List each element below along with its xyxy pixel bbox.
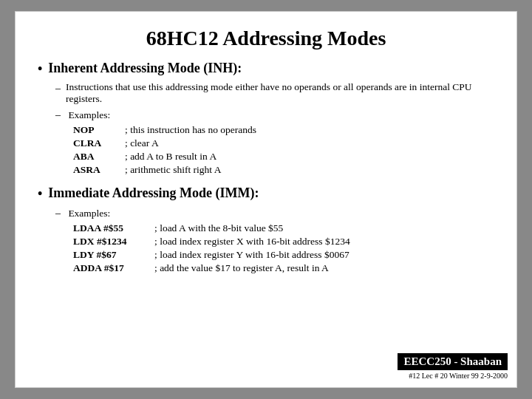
footer-badge: EECC250 - Shaaban <box>398 353 508 370</box>
footer-info: #12 Lec # 20 Winter 99 2-9-2000 <box>409 372 508 380</box>
table-row: CLRA ; clear A <box>73 137 259 150</box>
table-row: ASRA ; arithmetic shift right A <box>73 163 259 177</box>
slide: 68HC12 Addressing Modes • Inherent Addre… <box>15 11 517 388</box>
mnemonic-ldx: LDX #$1234 <box>73 235 154 248</box>
mnemonic-asra: ASRA <box>73 163 125 177</box>
bullet-inherent: • Inherent Addressing Mode (INH): <box>38 61 494 77</box>
section-inherent: • Inherent Addressing Mode (INH): – Inst… <box>38 61 494 177</box>
comment-nop: ; this instruction has no operands <box>125 123 259 137</box>
footer: EECC250 - Shaaban #12 Lec # 20 Winter 99… <box>398 353 508 380</box>
bullet-immediate-label: Immediate Addressing Mode (IMM): <box>48 185 259 201</box>
inherent-examples-label: – Examples: <box>55 108 494 121</box>
comment-ldy: ; load index register Y with 16-bit addr… <box>154 248 353 262</box>
dash-symbol-3: – <box>55 208 63 219</box>
bullet-symbol-2: • <box>38 186 42 202</box>
dash-inherent-desc: – Instructions that use this addressing … <box>55 81 494 105</box>
comment-adda: ; add the value $17 to register A, resul… <box>154 262 353 275</box>
immediate-examples-label: – Examples: <box>55 206 494 219</box>
mnemonic-clra: CLRA <box>73 137 125 150</box>
table-row: LDAA #$55 ; load A with the 8-bit value … <box>73 222 353 235</box>
comment-asra: ; arithmetic shift right A <box>125 163 259 177</box>
mnemonic-ldy: LDY #$67 <box>73 248 154 262</box>
mnemonic-adda: ADDA #$17 <box>73 262 154 275</box>
dash-symbol-1: – <box>55 83 63 95</box>
bullet-inherent-label: Inherent Addressing Mode (INH): <box>48 61 242 76</box>
mnemonic-aba: ABA <box>73 150 125 163</box>
bullet-symbol-1: • <box>38 61 42 77</box>
section-immediate: • Immediate Addressing Mode (IMM): – Exa… <box>38 185 494 275</box>
inherent-code-table: NOP ; this instruction has no operands C… <box>73 123 259 177</box>
comment-aba: ; add A to B result in A <box>125 150 259 163</box>
comment-ldx: ; load index register X with 16-bit addr… <box>154 235 353 248</box>
comment-ldaa: ; load A with the 8-bit value $55 <box>154 222 353 235</box>
slide-title: 68HC12 Addressing Modes <box>38 27 494 50</box>
table-row: LDY #$67 ; load index register Y with 16… <box>73 248 353 262</box>
table-row: NOP ; this instruction has no operands <box>73 123 259 137</box>
table-row: ADDA #$17 ; add the value $17 to registe… <box>73 262 353 275</box>
mnemonic-nop: NOP <box>73 123 125 137</box>
immediate-code-table: LDAA #$55 ; load A with the 8-bit value … <box>73 222 353 275</box>
inherent-description: Instructions that use this addressing mo… <box>66 81 494 105</box>
mnemonic-ldaa: LDAA #$55 <box>73 222 154 235</box>
table-row: LDX #$1234 ; load index register X with … <box>73 235 353 248</box>
bullet-immediate: • Immediate Addressing Mode (IMM): <box>38 185 494 202</box>
table-row: ABA ; add A to B result in A <box>73 150 259 163</box>
dash-symbol-2: – <box>55 109 63 121</box>
comment-clra: ; clear A <box>125 137 259 150</box>
